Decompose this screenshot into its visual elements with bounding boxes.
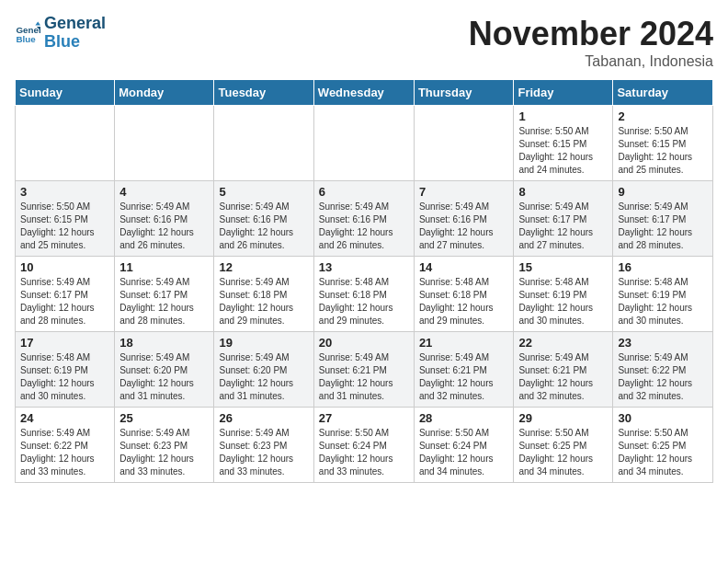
page-header: General Blue General Blue November 2024 … <box>15 15 713 70</box>
calendar-cell <box>214 106 313 181</box>
calendar-cell: 4Sunrise: 5:49 AM Sunset: 6:16 PM Daylig… <box>115 181 214 257</box>
calendar-week-row: 10Sunrise: 5:49 AM Sunset: 6:17 PM Dayli… <box>16 257 713 332</box>
calendar-cell: 22Sunrise: 5:49 AM Sunset: 6:21 PM Dayli… <box>514 332 613 408</box>
day-number: 5 <box>219 185 308 199</box>
day-number: 26 <box>219 411 308 425</box>
calendar-cell: 28Sunrise: 5:50 AM Sunset: 6:24 PM Dayli… <box>414 408 514 483</box>
calendar-week-row: 3Sunrise: 5:50 AM Sunset: 6:15 PM Daylig… <box>16 181 713 257</box>
day-of-week-header: Wednesday <box>313 80 414 106</box>
calendar-cell: 12Sunrise: 5:49 AM Sunset: 6:18 PM Dayli… <box>214 257 313 332</box>
month-title: November 2024 <box>469 15 713 53</box>
day-number: 29 <box>518 411 608 425</box>
day-info: Sunrise: 5:50 AM Sunset: 6:24 PM Dayligh… <box>419 427 509 478</box>
day-info: Sunrise: 5:49 AM Sunset: 6:16 PM Dayligh… <box>119 201 209 252</box>
day-number: 6 <box>319 185 409 199</box>
day-number: 7 <box>419 185 509 199</box>
day-info: Sunrise: 5:49 AM Sunset: 6:16 PM Dayligh… <box>319 201 409 252</box>
day-number: 22 <box>518 336 608 350</box>
day-number: 2 <box>618 109 708 123</box>
day-number: 8 <box>518 185 608 199</box>
day-number: 9 <box>618 185 708 199</box>
calendar-cell: 15Sunrise: 5:48 AM Sunset: 6:19 PM Dayli… <box>514 257 613 332</box>
day-info: Sunrise: 5:48 AM Sunset: 6:18 PM Dayligh… <box>319 276 409 327</box>
day-number: 30 <box>618 411 708 425</box>
day-info: Sunrise: 5:49 AM Sunset: 6:20 PM Dayligh… <box>219 351 308 403</box>
day-number: 1 <box>518 109 608 123</box>
calendar-cell: 30Sunrise: 5:50 AM Sunset: 6:25 PM Dayli… <box>613 408 713 483</box>
day-info: Sunrise: 5:48 AM Sunset: 6:18 PM Dayligh… <box>419 276 509 327</box>
day-number: 24 <box>20 411 109 425</box>
day-number: 19 <box>219 336 308 350</box>
day-of-week-header: Friday <box>514 80 613 106</box>
day-number: 13 <box>319 260 409 274</box>
day-number: 16 <box>618 260 708 274</box>
calendar-table: SundayMondayTuesdayWednesdayThursdayFrid… <box>15 79 713 483</box>
calendar-week-row: 24Sunrise: 5:49 AM Sunset: 6:22 PM Dayli… <box>16 408 713 483</box>
calendar-cell <box>414 106 514 181</box>
day-info: Sunrise: 5:49 AM Sunset: 6:20 PM Dayligh… <box>119 351 209 403</box>
calendar-cell: 5Sunrise: 5:49 AM Sunset: 6:16 PM Daylig… <box>214 181 313 257</box>
calendar-week-row: 17Sunrise: 5:48 AM Sunset: 6:19 PM Dayli… <box>16 332 713 408</box>
day-number: 17 <box>20 336 109 350</box>
calendar-cell: 7Sunrise: 5:49 AM Sunset: 6:16 PM Daylig… <box>414 181 514 257</box>
day-of-week-header: Monday <box>115 80 214 106</box>
day-info: Sunrise: 5:50 AM Sunset: 6:25 PM Dayligh… <box>618 427 708 478</box>
day-info: Sunrise: 5:50 AM Sunset: 6:15 PM Dayligh… <box>618 125 708 177</box>
day-info: Sunrise: 5:49 AM Sunset: 6:17 PM Dayligh… <box>20 276 109 327</box>
calendar-cell <box>313 106 414 181</box>
calendar-cell: 13Sunrise: 5:48 AM Sunset: 6:18 PM Dayli… <box>313 257 414 332</box>
logo-icon: General Blue <box>15 20 40 46</box>
calendar-cell <box>115 106 214 181</box>
day-number: 20 <box>319 336 409 350</box>
svg-text:Blue: Blue <box>16 34 36 44</box>
day-info: Sunrise: 5:49 AM Sunset: 6:22 PM Dayligh… <box>20 427 109 478</box>
logo-text: General Blue <box>44 15 106 52</box>
calendar-cell: 11Sunrise: 5:49 AM Sunset: 6:17 PM Dayli… <box>115 257 214 332</box>
day-info: Sunrise: 5:49 AM Sunset: 6:17 PM Dayligh… <box>518 201 608 252</box>
title-block: November 2024 Tabanan, Indonesia <box>469 15 713 70</box>
day-number: 23 <box>618 336 708 350</box>
day-info: Sunrise: 5:49 AM Sunset: 6:21 PM Dayligh… <box>419 351 509 403</box>
calendar-cell: 14Sunrise: 5:48 AM Sunset: 6:18 PM Dayli… <box>414 257 514 332</box>
calendar-cell: 17Sunrise: 5:48 AM Sunset: 6:19 PM Dayli… <box>16 332 115 408</box>
day-number: 18 <box>119 336 209 350</box>
calendar-cell: 10Sunrise: 5:49 AM Sunset: 6:17 PM Dayli… <box>16 257 115 332</box>
calendar-cell: 24Sunrise: 5:49 AM Sunset: 6:22 PM Dayli… <box>16 408 115 483</box>
day-info: Sunrise: 5:50 AM Sunset: 6:15 PM Dayligh… <box>518 125 608 177</box>
day-number: 14 <box>419 260 509 274</box>
day-number: 4 <box>119 185 209 199</box>
day-number: 10 <box>20 260 109 274</box>
calendar-cell: 2Sunrise: 5:50 AM Sunset: 6:15 PM Daylig… <box>613 106 713 181</box>
day-info: Sunrise: 5:49 AM Sunset: 6:16 PM Dayligh… <box>219 201 308 252</box>
day-of-week-header: Saturday <box>613 80 713 106</box>
day-number: 12 <box>219 260 308 274</box>
calendar-cell <box>16 106 115 181</box>
calendar-cell: 26Sunrise: 5:49 AM Sunset: 6:23 PM Dayli… <box>214 408 313 483</box>
day-number: 15 <box>518 260 608 274</box>
calendar-cell: 25Sunrise: 5:49 AM Sunset: 6:23 PM Dayli… <box>115 408 214 483</box>
day-info: Sunrise: 5:48 AM Sunset: 6:19 PM Dayligh… <box>618 276 708 327</box>
day-info: Sunrise: 5:49 AM Sunset: 6:16 PM Dayligh… <box>419 201 509 252</box>
day-number: 27 <box>319 411 409 425</box>
calendar-week-row: 1Sunrise: 5:50 AM Sunset: 6:15 PM Daylig… <box>16 106 713 181</box>
calendar-cell: 23Sunrise: 5:49 AM Sunset: 6:22 PM Dayli… <box>613 332 713 408</box>
day-info: Sunrise: 5:49 AM Sunset: 6:23 PM Dayligh… <box>219 427 308 478</box>
calendar-cell: 29Sunrise: 5:50 AM Sunset: 6:25 PM Dayli… <box>514 408 613 483</box>
day-info: Sunrise: 5:48 AM Sunset: 6:19 PM Dayligh… <box>20 351 109 403</box>
calendar-cell: 20Sunrise: 5:49 AM Sunset: 6:21 PM Dayli… <box>313 332 414 408</box>
day-info: Sunrise: 5:50 AM Sunset: 6:24 PM Dayligh… <box>319 427 409 478</box>
location-subtitle: Tabanan, Indonesia <box>469 53 713 70</box>
calendar-cell: 6Sunrise: 5:49 AM Sunset: 6:16 PM Daylig… <box>313 181 414 257</box>
day-info: Sunrise: 5:49 AM Sunset: 6:18 PM Dayligh… <box>219 276 308 327</box>
day-of-week-header: Sunday <box>16 80 115 106</box>
svg-marker-2 <box>35 21 40 25</box>
day-info: Sunrise: 5:49 AM Sunset: 6:21 PM Dayligh… <box>319 351 409 403</box>
calendar-cell: 3Sunrise: 5:50 AM Sunset: 6:15 PM Daylig… <box>16 181 115 257</box>
day-info: Sunrise: 5:49 AM Sunset: 6:17 PM Dayligh… <box>618 201 708 252</box>
day-of-week-header: Tuesday <box>214 80 313 106</box>
calendar-cell: 19Sunrise: 5:49 AM Sunset: 6:20 PM Dayli… <box>214 332 313 408</box>
day-number: 3 <box>20 185 109 199</box>
day-number: 11 <box>119 260 209 274</box>
day-info: Sunrise: 5:48 AM Sunset: 6:19 PM Dayligh… <box>518 276 608 327</box>
calendar-cell: 9Sunrise: 5:49 AM Sunset: 6:17 PM Daylig… <box>613 181 713 257</box>
